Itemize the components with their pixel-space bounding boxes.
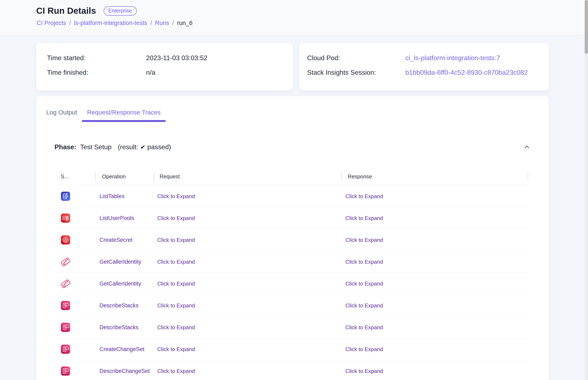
request-cell: Click to Expand bbox=[157, 302, 195, 309]
summary-row: Stack Insights Session:b1bb09da-6ff0-4c5… bbox=[299, 65, 549, 80]
response-cell: Click to Expand bbox=[345, 346, 383, 353]
request-cell: Click to Expand bbox=[157, 324, 195, 331]
summary-value-link[interactable]: b1bb09da-6ff0-4c52-8930-c870ba23c082 bbox=[405, 69, 528, 76]
sts-icon bbox=[60, 256, 71, 267]
operation-label: DescribeStacks bbox=[99, 324, 139, 331]
traces-card: Log OutputRequest/Response Traces Phase:… bbox=[36, 96, 549, 380]
operation-label: GetCallerIdentity bbox=[99, 259, 141, 265]
table-row: ListUserPoolsClick to ExpandClick to Exp… bbox=[56, 207, 529, 229]
response-expand-link[interactable]: Click to Expand bbox=[345, 302, 383, 309]
enterprise-badge: Enterprise bbox=[104, 6, 137, 16]
request-expand-link[interactable]: Click to Expand bbox=[157, 346, 195, 352]
scrollbar-track[interactable] bbox=[585, 0, 588, 380]
table-row: GetCallerIdentityClick to ExpandClick to… bbox=[56, 251, 529, 273]
request-cell: Click to Expand bbox=[157, 259, 195, 265]
request-expand-link[interactable]: Click to Expand bbox=[157, 368, 195, 374]
operation-label: ListUserPools bbox=[99, 215, 134, 221]
request-cell: Click to Expand bbox=[157, 281, 195, 287]
response-expand-link[interactable]: Click to Expand bbox=[345, 346, 383, 352]
check-icon: ✔ bbox=[140, 143, 146, 151]
summary-label: Time finished: bbox=[47, 69, 146, 76]
request-expand-link[interactable]: Click to Expand bbox=[157, 281, 195, 287]
ci-run-details-page: CI Run Details Enterprise CI Projects/ls… bbox=[0, 0, 588, 380]
run-links-card: Cloud Pod:ci_ls-platform-integration-tes… bbox=[299, 43, 549, 91]
breadcrumb-item-ls-platform-integration-tests[interactable]: ls-platform-integration-tests bbox=[74, 19, 147, 26]
page-header: CI Run Details Enterprise CI Projects/ls… bbox=[0, 0, 588, 35]
operation-label: CreateChangeSet bbox=[99, 346, 144, 353]
response-expand-link[interactable]: Click to Expand bbox=[345, 324, 383, 330]
dynamodb-icon bbox=[61, 191, 70, 201]
summary-label: Cloud Pod: bbox=[307, 54, 405, 62]
page-title: CI Run Details bbox=[36, 6, 96, 16]
response-cell: Click to Expand bbox=[345, 368, 383, 374]
summary-value-link[interactable]: ci_ls-platform-integration-tests:7 bbox=[405, 54, 500, 62]
phase-result-prefix: (result: bbox=[118, 143, 138, 151]
request-expand-link[interactable]: Click to Expand bbox=[157, 302, 195, 309]
column-separator bbox=[528, 172, 528, 181]
table-row: DescribeStacksClick to ExpandClick to Ex… bbox=[56, 317, 529, 338]
response-cell: Click to Expand bbox=[345, 281, 383, 287]
summary-row: Time finished:n/a bbox=[36, 65, 293, 80]
summary-label: Time started: bbox=[47, 54, 146, 62]
response-cell: Click to Expand bbox=[345, 324, 383, 331]
table-row: ListTablesClick to ExpandClick to Expand bbox=[56, 185, 529, 207]
operation-label: ListTables bbox=[99, 193, 124, 200]
title-row: CI Run Details Enterprise bbox=[36, 6, 137, 16]
secretsmanager-icon bbox=[61, 235, 70, 245]
cognito-icon bbox=[61, 213, 70, 223]
tab-log-output[interactable]: Log Output bbox=[41, 105, 82, 122]
request-expand-link[interactable]: Click to Expand bbox=[157, 259, 195, 265]
sts-icon bbox=[60, 278, 71, 289]
phase-header-test-setup[interactable]: Phase: Test Setup (result:✔passed) bbox=[55, 141, 531, 153]
breadcrumb-separator: / bbox=[150, 19, 152, 26]
operation-label: DescribeStacks bbox=[99, 302, 139, 309]
response-cell: Click to Expand bbox=[345, 259, 383, 265]
column-header-s: S... bbox=[61, 168, 69, 185]
trace-table: S...OperationRequestResponse ListTablesC… bbox=[56, 168, 529, 380]
table-row: DescribeChangeSetClick to ExpandClick to… bbox=[56, 360, 529, 380]
scrollbar-thumb[interactable] bbox=[585, 0, 588, 54]
column-separator bbox=[341, 172, 342, 181]
breadcrumb-item-run-6: run_6 bbox=[177, 19, 192, 26]
breadcrumb-separator: / bbox=[69, 19, 71, 26]
response-expand-link[interactable]: Click to Expand bbox=[345, 259, 383, 265]
summary-row: Time started:2023-11-03 03:03:52 bbox=[36, 51, 293, 65]
response-cell: Click to Expand bbox=[345, 237, 383, 243]
response-expand-link[interactable]: Click to Expand bbox=[345, 368, 383, 374]
response-expand-link[interactable]: Click to Expand bbox=[345, 281, 383, 287]
column-header-operation: Operation bbox=[102, 168, 126, 185]
summary-row: Cloud Pod:ci_ls-platform-integration-tes… bbox=[299, 51, 549, 65]
cloudformation-icon bbox=[61, 366, 70, 376]
cloudformation-icon bbox=[61, 323, 70, 332]
tab-request-response-traces[interactable]: Request/Response Traces bbox=[82, 105, 166, 122]
operation-label: GetCallerIdentity bbox=[99, 281, 141, 287]
request-expand-link[interactable]: Click to Expand bbox=[157, 215, 195, 221]
response-expand-link[interactable]: Click to Expand bbox=[345, 193, 383, 199]
table-row: DescribeStacksClick to ExpandClick to Ex… bbox=[56, 295, 529, 317]
phase-result-text: passed) bbox=[147, 143, 171, 151]
table-row: CreateChangeSetClick to ExpandClick to E… bbox=[56, 338, 529, 360]
breadcrumb-item-ci-projects[interactable]: CI Projects bbox=[37, 19, 66, 26]
summary-value: 2023-11-03 03:03:52 bbox=[146, 54, 207, 62]
phase-name: Test Setup bbox=[80, 143, 111, 151]
response-cell: Click to Expand bbox=[345, 215, 383, 221]
breadcrumb-item-runs[interactable]: Runs bbox=[155, 19, 169, 26]
run-times-card: Time started:2023-11-03 03:03:52Time fin… bbox=[36, 43, 293, 91]
column-separator bbox=[95, 172, 96, 181]
request-cell: Click to Expand bbox=[157, 193, 195, 200]
breadcrumb: CI Projects/ls-platform-integration-test… bbox=[37, 19, 192, 26]
response-expand-link[interactable]: Click to Expand bbox=[345, 237, 383, 243]
phase-text: Phase: Test Setup (result:✔passed) bbox=[55, 143, 171, 151]
request-expand-link[interactable]: Click to Expand bbox=[157, 193, 195, 199]
summary-value: n/a bbox=[146, 69, 155, 76]
request-cell: Click to Expand bbox=[157, 368, 195, 374]
phase-result: (result:✔passed) bbox=[118, 143, 171, 151]
summary-label: Stack Insights Session: bbox=[307, 69, 405, 76]
response-expand-link[interactable]: Click to Expand bbox=[345, 215, 383, 221]
request-expand-link[interactable]: Click to Expand bbox=[157, 237, 195, 243]
operation-label: CreateSecret bbox=[99, 237, 132, 243]
request-expand-link[interactable]: Click to Expand bbox=[157, 324, 195, 330]
table-row: GetCallerIdentityClick to ExpandClick to… bbox=[56, 273, 529, 295]
chevron-up-icon[interactable] bbox=[523, 143, 531, 151]
column-separator bbox=[154, 172, 154, 181]
